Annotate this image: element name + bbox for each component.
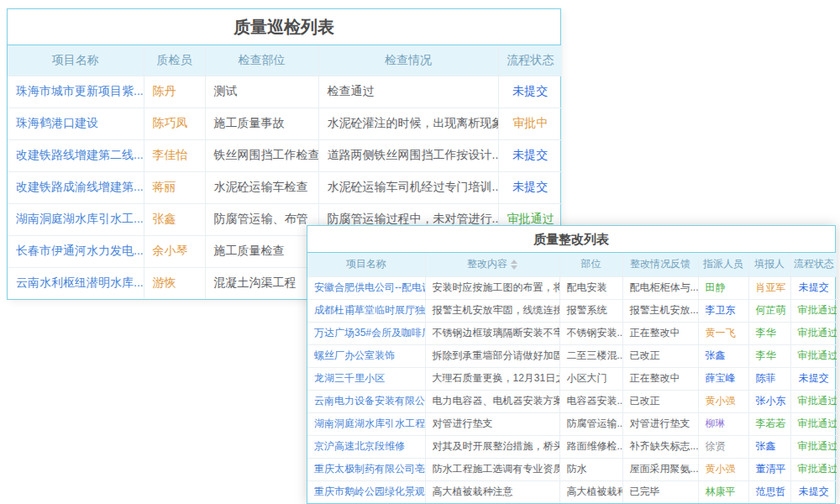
part-cell: 报警系统: [559, 299, 622, 322]
inspection-part-cell: 施工质量事故: [205, 108, 318, 139]
feedback-cell: 已完毕: [622, 480, 698, 503]
inspector-cell: 余小琴: [144, 235, 205, 267]
process-status-cell: 审批中: [498, 108, 562, 139]
column-header: 流程状态: [498, 45, 562, 76]
table-row: 万达广场35#会所及咖啡厅空...不锈钢边框玻璃隔断安装不牢...不锈钢安装..…: [307, 322, 837, 344]
project-link[interactable]: 万达广场35#会所及咖啡厅空...: [314, 327, 425, 339]
feedback-cell: 正在整改中: [622, 367, 698, 390]
process-status-cell: 审批通过: [790, 435, 837, 458]
project-name-cell: 长春市伊通河水力发电...: [8, 235, 144, 267]
project-name-cell: 螺丝厂办公室装饰: [307, 344, 425, 367]
project-link[interactable]: 湖南洞庭湖水库引水工...: [16, 212, 144, 225]
table-row: 重庆太极制药有限公司亳州中...防水工程施工选调有专业资质...防水屋面采用聚氨…: [307, 458, 837, 480]
table-row: 京沪高速北京段维修对其及时开展整治措施，桥头...路面维修检...补齐缺失标志.…: [307, 435, 837, 458]
rectification-table-header: 项目名称整改内容部位整改情况反馈指派人员填报人流程状态: [307, 253, 837, 276]
assignee-cell: 黄一飞: [698, 322, 748, 344]
part-cell: 配电安装: [559, 276, 622, 299]
rectification-table-title: 质量整改列表: [307, 226, 835, 253]
column-header: 项目名称: [8, 45, 144, 76]
feedback-cell: 报警主机安放...: [622, 299, 698, 322]
table-row: 龙湖三千里小区大理石质量更换，12月31日之...小区大门正在整改中薛宝峰陈菲未…: [307, 367, 837, 390]
column-header-label: 整改内容: [467, 258, 507, 270]
column-header-label: 填报人: [754, 258, 785, 270]
feedback-cell: 正在整改中: [622, 322, 698, 344]
column-header-label: 指派人员: [703, 258, 743, 270]
column-header: 指派人员: [698, 253, 748, 276]
filler-cell: 张鑫: [748, 435, 790, 458]
part-cell: 防腐管运输...: [559, 412, 622, 435]
project-link[interactable]: 云南水利枢纽潜明水库...: [16, 276, 144, 289]
filler-cell: 肖亚军: [748, 276, 790, 299]
sort-asc-icon: [511, 260, 517, 264]
project-link[interactable]: 成都杜甫草堂临时展厅独立展...: [314, 304, 425, 316]
assignee-cell: 李卫东: [698, 299, 748, 322]
sort-desc-icon: [511, 265, 517, 270]
project-link[interactable]: 京沪高速北京段维修: [314, 440, 405, 452]
feedback-cell: 配电柜柜体与...: [622, 276, 698, 299]
assignee-cell: 薛宝峰: [698, 367, 748, 390]
project-link[interactable]: 珠海鹤港口建设: [16, 116, 98, 129]
column-header-label: 整改情况反馈: [630, 258, 690, 270]
rectify-content-cell: 对管进行垫支: [425, 412, 559, 435]
project-link[interactable]: 重庆太极制药有限公司亳州中...: [314, 463, 425, 475]
process-status-cell: 审批通过: [790, 390, 837, 412]
project-link[interactable]: 珠海市城市更新项目紫...: [16, 84, 144, 97]
inspection-part-cell: 水泥砼运输车检查: [205, 171, 318, 203]
inspector-cell: 李佳怡: [144, 139, 205, 171]
feedback-cell: 补齐缺失标志...: [622, 435, 698, 458]
inspection-situation-cell: 道路两侧铁丝网围挡工作按设计...: [318, 139, 498, 171]
project-link[interactable]: 螺丝厂办公室装饰: [314, 349, 395, 361]
inspector-cell: 陈巧凤: [144, 108, 205, 139]
inspection-situation-cell: 水泥砼运输车司机经过专门培训...: [318, 171, 498, 203]
part-cell: 高大植被栽种: [559, 480, 622, 503]
project-link[interactable]: 改建铁路成渝线增建第...: [16, 180, 144, 193]
column-header: 流程状态: [790, 253, 837, 276]
project-link[interactable]: 云南电力设备安装有限公司20...: [314, 395, 425, 407]
rectify-content-cell: 防水工程施工选调有专业资质...: [425, 458, 559, 480]
column-header-label: 部位: [581, 258, 601, 270]
filler-cell: 陈菲: [748, 367, 790, 390]
project-link[interactable]: 改建铁路线增建第二线...: [16, 148, 144, 161]
project-link[interactable]: 重庆市鹅岭公园绿化景观提升...: [314, 486, 425, 497]
inspector-cell: 游恢: [144, 267, 205, 299]
project-name-cell: 云南电力设备安装有限公司20...: [307, 390, 425, 412]
column-header: 检查情况: [318, 45, 498, 76]
part-cell: 路面维修检...: [559, 435, 622, 458]
assignee-cell: 张鑫: [698, 344, 748, 367]
project-name-cell: 改建铁路成渝线增建第...: [8, 171, 144, 203]
rectify-content-cell: 报警主机安放牢固，线缆连接...: [425, 299, 559, 322]
inspector-cell: 张鑫: [144, 203, 205, 235]
inspection-situation-cell: 水泥砼灌注的时候，出现离析现象: [318, 108, 498, 139]
filler-cell: 何芷萌: [748, 299, 790, 322]
feedback-cell: 已改正: [622, 344, 698, 367]
sort-icon[interactable]: [511, 260, 517, 270]
rectify-content-cell: 高大植被栽种注意: [425, 480, 559, 503]
feedback-cell: 屋面采用聚氨...: [622, 458, 698, 480]
process-status-cell: 未提交: [498, 171, 562, 203]
column-header-label: 项目名称: [346, 258, 386, 270]
project-name-cell: 重庆市鹅岭公园绿化景观提升...: [307, 480, 425, 503]
part-cell: 防水: [559, 458, 622, 480]
project-link[interactable]: 安徽合肥供电公司--配电设备...: [314, 281, 425, 293]
process-status-cell: 未提交: [498, 76, 562, 108]
column-header: 项目名称: [307, 253, 425, 276]
project-name-cell: 湖南洞庭湖水库引水工程施工1标: [307, 412, 425, 435]
project-name-cell: 珠海市城市更新项目紫...: [8, 76, 144, 108]
table-row: 安徽合肥供电公司--配电设备...安装时应按施工图的布置，将...配电安装配电柜…: [307, 276, 837, 299]
filler-cell: 范思哲: [748, 480, 790, 503]
feedback-cell: 对管进行垫支: [622, 412, 698, 435]
column-header: 部位: [559, 253, 622, 276]
project-link[interactable]: 湖南洞庭湖水库引水工程施工1标: [314, 417, 425, 429]
project-link[interactable]: 龙湖三千里小区: [314, 372, 385, 384]
inspector-cell: 陈丹: [144, 76, 205, 108]
filler-cell: 李华: [748, 344, 790, 367]
project-name-cell: 安徽合肥供电公司--配电设备...: [307, 276, 425, 299]
process-status-cell: 审批通过: [790, 322, 837, 344]
rectify-content-cell: 不锈钢边框玻璃隔断安装不牢...: [425, 322, 559, 344]
column-header: 质检员: [144, 45, 205, 76]
project-name-cell: 湖南洞庭湖水库引水工...: [8, 203, 144, 235]
rectify-content-cell: 安装时应按施工图的布置，将...: [425, 276, 559, 299]
assignee-cell: 柳琳: [698, 412, 748, 435]
column-header: 检查部位: [205, 45, 318, 76]
project-link[interactable]: 长春市伊通河水力发电...: [16, 244, 144, 257]
